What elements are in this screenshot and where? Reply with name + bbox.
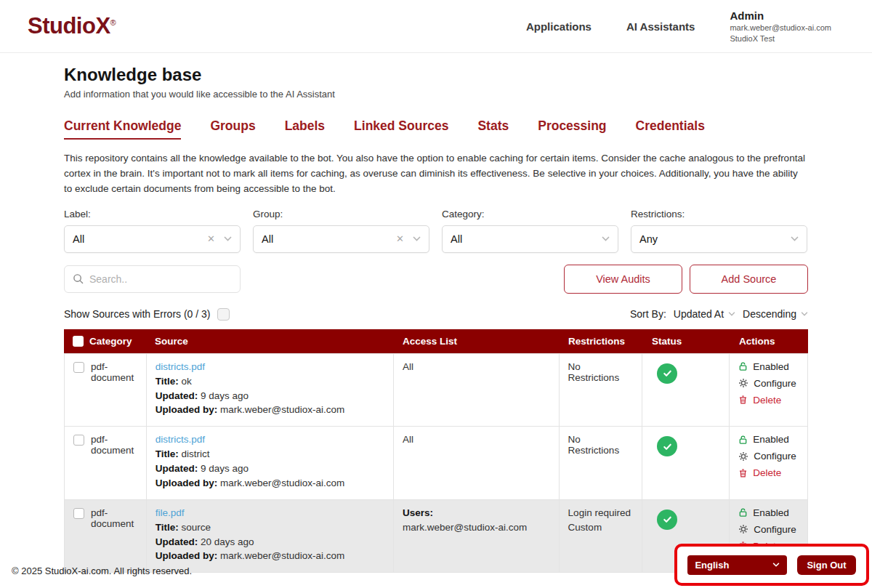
- filter-category-caption: Category:: [442, 209, 618, 220]
- sort-field-select[interactable]: Updated At: [674, 308, 735, 320]
- uploaded-by-label: Uploaded by:: [156, 478, 218, 488]
- row-checkbox[interactable]: [73, 508, 84, 519]
- title-label: Title:: [156, 448, 179, 459]
- tab-stats[interactable]: Stats: [477, 118, 509, 140]
- trash-icon: [738, 395, 748, 405]
- enabled-action[interactable]: Enabled: [738, 507, 799, 518]
- status-enabled-icon: [657, 510, 677, 530]
- errors-toggle-checkbox[interactable]: [217, 308, 230, 321]
- delete-action[interactable]: Delete: [738, 395, 799, 406]
- enabled-action-label: Enabled: [753, 507, 789, 518]
- category-cell: pdf-document: [65, 427, 147, 499]
- configure-action[interactable]: Configure: [738, 524, 799, 535]
- chevron-down-icon: [224, 236, 232, 241]
- source-file-link[interactable]: districts.pdf: [156, 361, 205, 372]
- tab-labels[interactable]: Labels: [285, 118, 325, 140]
- restrictions-select[interactable]: Any: [631, 225, 807, 253]
- header-actions: Actions: [730, 336, 808, 347]
- source-cell: file.pdf Title: source Updated: 20 days …: [147, 500, 394, 573]
- select-all-checkbox[interactable]: [73, 336, 84, 347]
- restriction-line: Custom: [568, 522, 634, 534]
- table-header-row: Category Source Access List Restrictions…: [64, 329, 808, 353]
- source-file-link[interactable]: file.pdf: [156, 507, 185, 518]
- access-list-cell: All: [394, 354, 560, 427]
- filters-row: Label: All ✕ Group: All ✕ Category: All: [64, 209, 808, 253]
- sort-field-value: Updated At: [674, 308, 724, 320]
- search-input[interactable]: [89, 273, 232, 285]
- status-enabled-icon: [657, 436, 677, 456]
- access-list-cell: Users: mark.weber@studiox-ai.com: [394, 500, 560, 573]
- tab-processing[interactable]: Processing: [538, 118, 606, 140]
- updated-value: 9 days ago: [201, 463, 249, 474]
- nav-ai-assistants[interactable]: AI Assistants: [626, 20, 695, 33]
- source-file-link[interactable]: districts.pdf: [156, 434, 205, 445]
- clear-icon[interactable]: ✕: [396, 233, 404, 244]
- uploaded-by-label: Uploaded by:: [156, 404, 218, 415]
- annotation-highlight-box: English Sign Out: [674, 544, 869, 586]
- access-user-value: mark.weber@studiox-ai.com: [403, 522, 550, 534]
- configure-action[interactable]: Configure: [738, 451, 799, 462]
- title-value: ok: [182, 376, 192, 387]
- tab-linked-sources[interactable]: Linked Sources: [354, 118, 448, 140]
- sign-out-button[interactable]: Sign Out: [797, 555, 855, 575]
- user-name: Admin: [730, 9, 831, 23]
- search-box: [64, 265, 241, 293]
- title-value: source: [182, 522, 211, 533]
- row-checkbox[interactable]: [73, 362, 84, 373]
- tab-groups[interactable]: Groups: [210, 118, 255, 140]
- category-cell: pdf-document: [65, 354, 147, 427]
- chevron-down-icon: [413, 236, 421, 241]
- studiox-logo[interactable]: StudioX®: [28, 13, 116, 39]
- header-category-label: Category: [89, 336, 132, 347]
- category-select[interactable]: All: [442, 225, 618, 253]
- uploaded-by-value: mark.weber@studiox-ai.com: [220, 404, 344, 415]
- header-category: Category: [64, 336, 146, 347]
- updated-value: 9 days ago: [201, 390, 249, 401]
- filter-category: Category: All: [442, 209, 618, 253]
- nav-applications[interactable]: Applications: [526, 20, 592, 33]
- chevron-down-icon: [728, 312, 735, 316]
- header-status: Status: [643, 336, 730, 347]
- delete-action[interactable]: Delete: [738, 467, 799, 478]
- lock-icon: [738, 361, 748, 371]
- group-select-value: All: [262, 233, 396, 245]
- group-select[interactable]: All ✕: [253, 225, 429, 253]
- sort-by-label: Sort By:: [630, 308, 666, 320]
- sort-direction-value: Descending: [743, 308, 796, 320]
- title-value: district: [182, 448, 210, 459]
- label-select[interactable]: All ✕: [64, 225, 241, 253]
- language-select[interactable]: English: [687, 555, 787, 575]
- configure-action-label: Configure: [754, 378, 796, 389]
- knowledge-table: Category Source Access List Restrictions…: [64, 329, 808, 573]
- uploaded-by-value: mark.weber@studiox-ai.com: [220, 478, 344, 488]
- row-checkbox[interactable]: [73, 435, 84, 446]
- header-source: Source: [146, 336, 394, 347]
- configure-action[interactable]: Configure: [738, 378, 799, 389]
- chevron-down-icon: [602, 236, 610, 241]
- registered-mark: ®: [110, 18, 116, 27]
- clear-icon[interactable]: ✕: [207, 233, 215, 244]
- table-row: pdf-document districts.pdf Title: ok Upd…: [64, 353, 808, 427]
- lock-icon: [738, 507, 748, 517]
- tab-credentials[interactable]: Credentials: [636, 118, 705, 140]
- category-value: pdf-document: [91, 434, 137, 456]
- errors-toggle-label: Show Sources with Errors (0 / 3): [64, 308, 211, 320]
- restrictions-cell: No Restrictions: [560, 354, 643, 427]
- sort-direction-select[interactable]: Descending: [743, 308, 808, 320]
- user-menu[interactable]: Admin mark.weber@studiox-ai.com StudioX …: [730, 9, 831, 44]
- add-source-button[interactable]: Add Source: [690, 265, 808, 294]
- page: StudioX® Applications AI Assistants Admi…: [0, 0, 872, 588]
- uploaded-by-label: Uploaded by:: [156, 550, 218, 561]
- header-access-list: Access List: [394, 336, 560, 347]
- enabled-action[interactable]: Enabled: [738, 434, 799, 445]
- user-email: mark.weber@studiox-ai.com: [730, 23, 831, 33]
- trash-icon: [738, 468, 748, 478]
- enabled-action[interactable]: Enabled: [738, 361, 799, 372]
- title-label: Title:: [156, 376, 179, 387]
- view-audits-button[interactable]: View Audits: [564, 265, 682, 294]
- filter-label-caption: Label:: [64, 209, 241, 220]
- gear-icon: [738, 378, 748, 388]
- table-action-buttons: View Audits Add Source: [564, 265, 808, 294]
- tab-current-knowledge[interactable]: Current Knowledge: [64, 118, 181, 140]
- updated-value: 20 days ago: [201, 536, 254, 547]
